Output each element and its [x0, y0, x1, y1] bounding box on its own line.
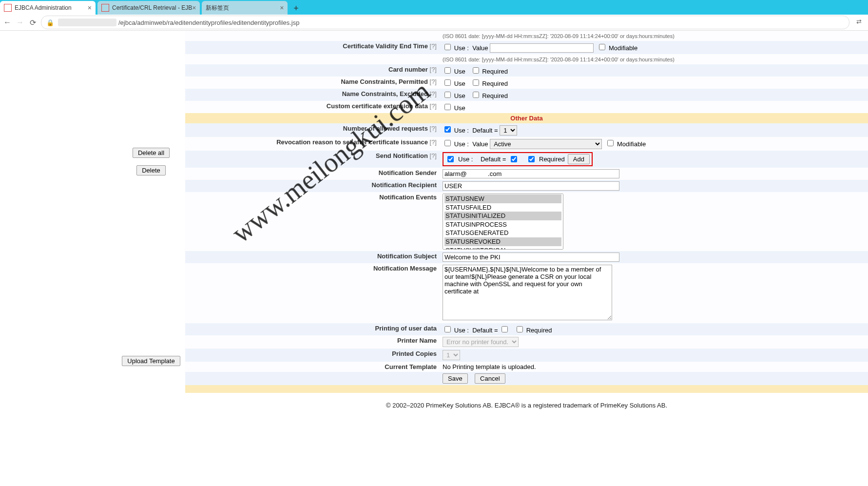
- profile-form-table: (ISO 8601 date: [yyyy-MM-dd HH:mm:ssZZ]:…: [185, 31, 868, 393]
- new-tab-button[interactable]: +: [289, 2, 302, 15]
- use-checkbox[interactable]: [444, 126, 451, 133]
- default-label: Default =: [481, 156, 506, 163]
- add-button[interactable]: Add: [568, 154, 590, 164]
- label-notif-subject: Notification Subject: [377, 253, 437, 260]
- modifiable-checkbox[interactable]: [599, 44, 605, 50]
- help-icon[interactable]: [?]: [430, 102, 437, 110]
- num-allowed-select[interactable]: 1: [500, 125, 517, 136]
- modifiable-label: Modifiable: [609, 44, 637, 52]
- favicon-icon: [4, 4, 12, 12]
- use-label: Use: [454, 68, 465, 75]
- help-icon[interactable]: [?]: [430, 66, 437, 73]
- required-label: Required: [482, 92, 508, 99]
- label-current-template: Current Template: [385, 363, 437, 370]
- help-icon[interactable]: [?]: [430, 42, 437, 50]
- address-bar[interactable]: 🔒 /ejbca/adminweb/ra/editendentityprofil…: [41, 16, 849, 29]
- browser-tab[interactable]: Certificate/CRL Retrieval - EJB ×: [97, 1, 200, 15]
- use-checkbox[interactable]: [444, 67, 451, 74]
- iso-hint: (ISO 8601 date: [yyyy-MM-dd HH:mm:ssZZ]:…: [443, 33, 675, 39]
- delete-button[interactable]: Delete: [136, 165, 166, 175]
- upload-template-button[interactable]: Upload Template: [122, 356, 180, 366]
- close-icon[interactable]: ×: [280, 4, 284, 12]
- current-template-status: No Printing template is uploaded.: [443, 363, 536, 370]
- use-label: Use :: [454, 44, 469, 52]
- value-label: Value: [472, 140, 488, 148]
- use-checkbox[interactable]: [444, 79, 451, 86]
- close-icon[interactable]: ×: [192, 4, 196, 12]
- use-label: Use: [454, 92, 465, 99]
- default-label: Default =: [472, 127, 498, 134]
- label-name-excluded: Name Constraints, Excluded: [342, 90, 428, 97]
- nav-reload-icon[interactable]: ⟳: [28, 18, 37, 27]
- translate-icon[interactable]: ⇄: [856, 18, 865, 27]
- iso-hint: (ISO 8601 date: [yyyy-MM-dd HH:mm:ssZZ]:…: [443, 57, 675, 62]
- required-checkbox[interactable]: [473, 79, 479, 86]
- action-column: Delete all Delete Upload Template: [117, 31, 185, 413]
- use-label: Use: [454, 80, 465, 87]
- tab-title: EJBCA Administration: [15, 4, 72, 11]
- label-notif-events: Notification Events: [379, 194, 437, 201]
- use-checkbox[interactable]: [444, 104, 451, 110]
- label-name-permitted: Name Constraints, Permitted: [341, 78, 427, 85]
- default-checkbox[interactable]: [511, 156, 517, 162]
- required-label: Required: [539, 156, 565, 163]
- label-card-number: Card number: [388, 66, 428, 73]
- label-custom-ext: Custom certificate extension data: [327, 102, 428, 110]
- delete-all-button[interactable]: Delete all: [133, 148, 170, 158]
- help-icon[interactable]: [?]: [430, 90, 437, 97]
- close-icon[interactable]: ×: [88, 4, 92, 12]
- browser-tab[interactable]: 新标签页 ×: [202, 1, 288, 15]
- notif-message-textarea[interactable]: ${USERNAME},${NL}${NL}Welcome to be a me…: [443, 265, 612, 320]
- notif-subject-input[interactable]: [443, 253, 619, 262]
- use-checkbox[interactable]: [444, 140, 451, 146]
- use-checkbox[interactable]: [444, 44, 451, 50]
- use-label: Use :: [454, 327, 469, 334]
- use-label: Use :: [454, 140, 469, 148]
- printer-name-select: Error no printer found.: [443, 337, 519, 347]
- notif-recipient-input[interactable]: [443, 181, 619, 191]
- default-label: Default =: [472, 327, 498, 334]
- label-num-allowed: Number of allowed requests: [343, 125, 428, 132]
- value-label: Value: [472, 44, 488, 52]
- notif-events-select[interactable]: STATUSNEWSTATUSFAILEDSTATUSINITIALIZEDST…: [443, 194, 563, 250]
- modifiable-checkbox[interactable]: [607, 140, 614, 146]
- tab-title: 新标签页: [206, 4, 229, 12]
- help-icon[interactable]: [?]: [430, 78, 437, 85]
- default-checkbox[interactable]: [502, 326, 508, 332]
- cancel-button[interactable]: Cancel: [475, 373, 505, 384]
- use-label: Use :: [454, 127, 469, 134]
- label-notif-message: Notification Message: [373, 265, 437, 272]
- required-checkbox[interactable]: [473, 92, 479, 98]
- label-send-notification: Send Notification: [376, 152, 428, 159]
- nav-back-icon[interactable]: ←: [3, 18, 12, 27]
- use-checkbox[interactable]: [444, 92, 451, 98]
- use-checkbox[interactable]: [447, 156, 454, 162]
- help-icon[interactable]: [?]: [430, 152, 437, 159]
- use-checkbox[interactable]: [444, 326, 451, 332]
- use-label: Use: [454, 104, 465, 112]
- revocation-select[interactable]: Active: [490, 139, 602, 149]
- browser-tab-active[interactable]: EJBCA Administration ×: [0, 1, 96, 15]
- help-icon[interactable]: [?]: [430, 125, 437, 132]
- label-printing: Printing of user data: [375, 325, 437, 332]
- label-printer-name: Printer Name: [397, 337, 437, 344]
- lock-icon: 🔒: [46, 19, 54, 26]
- required-checkbox[interactable]: [528, 156, 535, 162]
- save-button[interactable]: Save: [443, 373, 468, 384]
- browser-tab-bar: EJBCA Administration × Certificate/CRL R…: [0, 0, 868, 15]
- url-path: /ejbca/adminweb/ra/editendentityprofiles…: [118, 19, 299, 26]
- browser-toolbar: ← → ⟳ 🔒 /ejbca/adminweb/ra/editendentity…: [0, 15, 868, 31]
- modifiable-label: Modifiable: [617, 140, 646, 148]
- section-other-data: Other Data: [185, 113, 868, 123]
- favicon-icon: [101, 4, 109, 12]
- help-icon[interactable]: [?]: [430, 138, 437, 146]
- label-notif-recipient: Notification Recipient: [371, 181, 437, 189]
- notif-sender-input[interactable]: [443, 169, 619, 178]
- required-checkbox[interactable]: [473, 67, 479, 74]
- highlighted-notification-controls: Use : Default = Required Add: [443, 152, 593, 166]
- validity-end-input[interactable]: [490, 43, 594, 53]
- required-checkbox[interactable]: [517, 326, 523, 332]
- printed-copies-select: 1: [443, 350, 460, 360]
- required-label: Required: [482, 68, 508, 75]
- tab-title: Certificate/CRL Retrieval - EJB: [112, 4, 192, 11]
